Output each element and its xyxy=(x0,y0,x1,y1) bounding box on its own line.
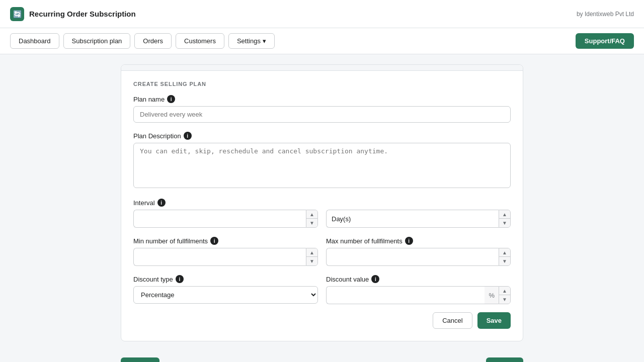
interval-label: Interval xyxy=(133,199,155,207)
plan-name-input[interactable] xyxy=(133,106,511,123)
support-button[interactable]: Support/FAQ xyxy=(576,33,634,49)
discount-value-decrement[interactable]: ▼ xyxy=(499,295,510,304)
interval-decrement[interactable]: ▼ xyxy=(306,219,317,227)
app-branding: 🔄 Recurring Order Subscription xyxy=(10,7,136,21)
nav-bar: Dashboard Subscription plan Orders Custo… xyxy=(0,28,644,54)
nav-dashboard[interactable]: Dashboard xyxy=(10,33,59,49)
min-fulfillments-label-row: Min number of fullfilments i xyxy=(133,237,318,245)
discount-value-input-group: 10 % ▲ ▼ xyxy=(326,286,511,304)
form-actions: Cancel Save xyxy=(133,312,511,329)
interval-row: ▲ ▼ Day(s) Week(s) Month(s) Year(s) xyxy=(133,210,511,228)
top-bar: 🔄 Recurring Order Subscription by Identi… xyxy=(0,0,644,28)
app-icon: 🔄 xyxy=(10,7,24,21)
max-fulfillments-increment[interactable]: ▲ xyxy=(499,248,510,257)
interval-number-col: ▲ ▼ xyxy=(133,210,318,228)
plan-name-info-icon: i xyxy=(167,95,175,103)
max-fulfillments-decrement[interactable]: ▼ xyxy=(499,257,510,265)
interval-unit-down[interactable]: ▼ xyxy=(499,219,510,227)
interval-unit-select-group: Day(s) Week(s) Month(s) Year(s) ▲ ▼ xyxy=(326,210,511,228)
max-fulfillments-col: Max number of fullfilments i ▲ ▼ xyxy=(326,237,511,266)
nav-customers[interactable]: Customers xyxy=(176,33,224,49)
min-fulfillments-input[interactable] xyxy=(133,248,306,266)
card-top-strip xyxy=(121,65,523,71)
plan-description-label: Plan Description xyxy=(133,132,181,140)
interval-label-row: Interval i xyxy=(133,199,511,207)
interval-increment[interactable]: ▲ xyxy=(306,210,317,219)
min-fulfillments-increment[interactable]: ▲ xyxy=(306,248,317,257)
discount-type-col: Discount type i Percentage Fixed amount … xyxy=(133,275,318,304)
app-title: Recurring Order Subscription xyxy=(29,10,136,18)
chevron-down-icon: ▾ xyxy=(263,37,266,45)
plan-description-info-icon: i xyxy=(184,132,192,140)
min-fulfillments-label: Min number of fullfilments xyxy=(133,237,208,245)
min-fulfillments-spinner: ▲ ▼ xyxy=(306,248,318,266)
plan-description-label-row: Plan Description i xyxy=(133,132,511,140)
discount-value-spinner: ▲ ▼ xyxy=(499,286,511,304)
discount-value-increment[interactable]: ▲ xyxy=(499,287,510,295)
interval-number-input-group: ▲ ▼ xyxy=(133,210,318,228)
interval-group: Interval i ▲ ▼ Day(s) xyxy=(133,199,511,228)
max-fulfillments-spinner: ▲ ▼ xyxy=(499,248,511,266)
interval-number-input[interactable] xyxy=(133,210,306,228)
interval-unit-spinner: ▲ ▼ xyxy=(499,210,511,228)
max-fulfillments-input-group: ▲ ▼ xyxy=(326,248,511,266)
max-fulfillments-info-icon: i xyxy=(405,237,413,245)
selling-plan-card: CREATE SELLING PLAN Plan name i Plan Des… xyxy=(121,64,523,341)
min-fulfillments-col: Min number of fullfilments i ▲ ▼ xyxy=(133,237,318,266)
interval-unit-select[interactable]: Day(s) Week(s) Month(s) Year(s) xyxy=(326,210,499,228)
max-fulfillments-label: Max number of fullfilments xyxy=(326,237,403,245)
discount-type-label: Discount type xyxy=(133,276,173,283)
discount-type-select[interactable]: Percentage Fixed amount Price xyxy=(133,286,318,304)
discount-value-input[interactable]: 10 xyxy=(326,286,485,304)
discount-row: Discount type i Percentage Fixed amount … xyxy=(133,275,511,304)
save-button[interactable]: Save xyxy=(477,312,511,329)
main-content: CREATE SELLING PLAN Plan name i Plan Des… xyxy=(0,54,644,351)
interval-unit-col: Day(s) Week(s) Month(s) Year(s) ▲ ▼ xyxy=(326,210,511,228)
discount-value-info-icon: i xyxy=(371,275,379,283)
interval-spinner: ▲ ▼ xyxy=(306,210,318,228)
nav-subscription-plan[interactable]: Subscription plan xyxy=(63,33,131,49)
section-title: CREATE SELLING PLAN xyxy=(133,81,511,87)
nav-settings[interactable]: Settings ▾ xyxy=(228,33,275,49)
plan-description-textarea[interactable] xyxy=(133,143,511,188)
fulfillments-row: Min number of fullfilments i ▲ ▼ Max num… xyxy=(133,237,511,266)
plan-description-group: Plan Description i xyxy=(133,132,511,190)
discount-type-info-icon: i xyxy=(176,275,184,283)
plan-name-label-row: Plan name i xyxy=(133,95,511,103)
nav-orders[interactable]: Orders xyxy=(134,33,172,49)
cancel-button[interactable]: Cancel xyxy=(433,312,472,329)
interval-info-icon: i xyxy=(157,199,166,207)
max-fulfillments-label-row: Max number of fullfilments i xyxy=(326,237,511,245)
settings-label: Settings xyxy=(237,37,261,45)
discount-value-col: Discount value i 10 % ▲ ▼ xyxy=(326,275,511,304)
discount-value-label-row: Discount value i xyxy=(326,275,511,283)
plan-name-group: Plan name i xyxy=(133,95,511,123)
min-fulfillments-decrement[interactable]: ▼ xyxy=(306,257,317,265)
bottom-nav: Back Next xyxy=(0,351,644,362)
next-button[interactable]: Next xyxy=(486,357,523,362)
min-fulfillments-input-group: ▲ ▼ xyxy=(133,248,318,266)
app-icon-symbol: 🔄 xyxy=(13,10,22,18)
back-button[interactable]: Back xyxy=(121,357,159,362)
max-fulfillments-input[interactable] xyxy=(326,248,499,266)
plan-name-label: Plan name xyxy=(133,96,165,103)
interval-unit-up[interactable]: ▲ xyxy=(499,210,510,219)
nav-left: Dashboard Subscription plan Orders Custo… xyxy=(10,33,275,49)
discount-type-label-row: Discount type i xyxy=(133,275,318,283)
percent-symbol: % xyxy=(485,286,499,304)
discount-value-label: Discount value xyxy=(326,276,369,283)
min-fulfillments-info-icon: i xyxy=(210,237,218,245)
by-text: by Identixweb Pvt Ltd xyxy=(577,11,634,18)
